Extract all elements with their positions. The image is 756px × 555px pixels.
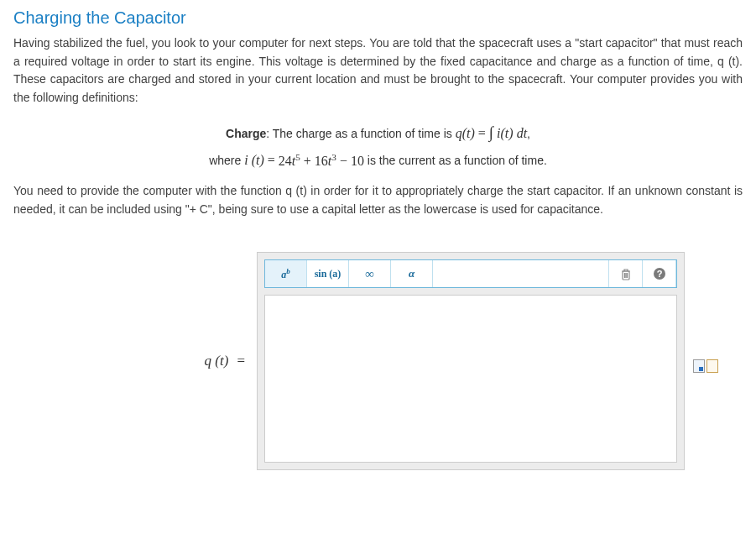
toolbar-spacer (433, 260, 609, 287)
intro-paragraph: Having stabilized the fuel, you look to … (13, 34, 743, 107)
answer-lhs-eq: = (228, 353, 245, 369)
trash-icon (620, 268, 632, 280)
svg-text:?: ? (656, 269, 662, 279)
equals-sign-2: = (268, 154, 275, 168)
infinity-icon: ∞ (365, 267, 374, 281)
editor-toolbar: ab sin (a) ∞ α (264, 259, 677, 288)
toolbar-exponent-button[interactable]: ab (265, 260, 307, 287)
current-fn-lhs: i (t) (244, 154, 264, 168)
definition-eq-lhs: q(t) (456, 126, 475, 140)
toolbar-infinity-button[interactable]: ∞ (349, 260, 391, 287)
toolbar-clear-button[interactable] (609, 260, 643, 287)
toolbar-help-button[interactable]: ? (643, 260, 676, 287)
definition-line-2: where i (t) = 24t5 + 16t3 − 10 is the cu… (13, 148, 743, 174)
equals-sign: = (478, 126, 486, 140)
exponent-icon: ab (281, 267, 290, 281)
definition-label: Charge (226, 127, 266, 140)
definition-line-1: Charge: The charge as a function of time… (13, 118, 743, 148)
definition-line2-pre: where (209, 154, 244, 168)
side-action-icons (693, 359, 718, 373)
definition-line2-post: is the current as a function of time. (364, 154, 547, 168)
toolbar-trig-button[interactable]: sin (a) (307, 260, 349, 287)
answer-row: q (t)= ab sin (a) ∞ α (13, 252, 743, 470)
definition-text: : The charge as a function of time is (266, 127, 455, 140)
equation-export-icon[interactable] (706, 359, 718, 373)
definition-block: Charge: The charge as a function of time… (13, 118, 743, 174)
alpha-icon: α (409, 267, 414, 280)
section-title: Charging the Capacitor (13, 8, 743, 28)
current-fn-rhs: 24t5 + 16t3 − 10 (279, 154, 364, 168)
toolbar-greek-button[interactable]: α (391, 260, 433, 287)
answer-lhs: q (t)= (13, 252, 257, 369)
integral-sign: ∫ (489, 123, 493, 141)
help-icon: ? (653, 267, 666, 280)
answer-lhs-qt: q (t) (205, 353, 229, 369)
math-input[interactable] (264, 295, 677, 463)
definition-trailing: , (527, 127, 530, 140)
trig-icon: sin (a) (315, 268, 342, 280)
instruction-paragraph: You need to provide the computer with th… (13, 182, 743, 218)
equation-preview-icon[interactable] (693, 359, 705, 373)
math-editor: ab sin (a) ∞ α (257, 252, 685, 470)
definition-eq-integrand: i(t) dt (497, 126, 527, 140)
